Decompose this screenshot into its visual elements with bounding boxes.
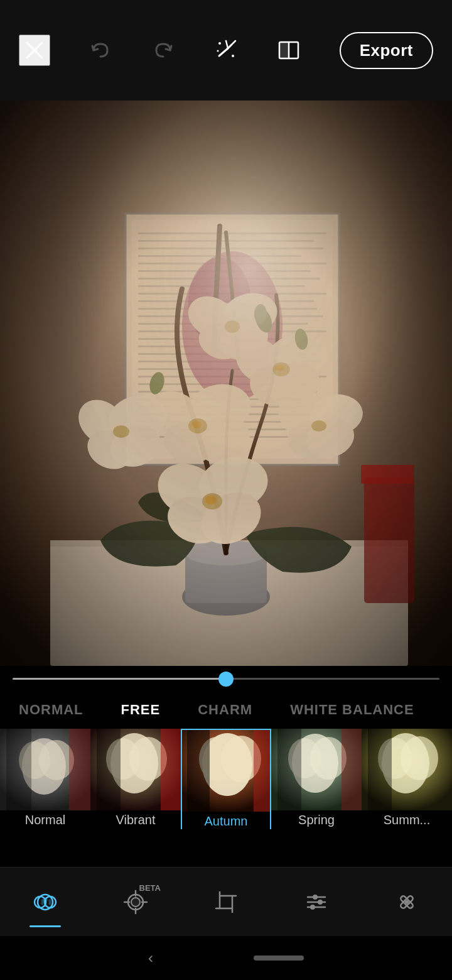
filter-normal-label: Normal [0,810,90,829]
svg-rect-108 [69,729,90,810]
svg-rect-129 [342,729,362,810]
crop-icon [212,888,240,916]
filter-spring-preview [271,729,362,810]
filter-summer-item[interactable]: Summ... [362,729,452,829]
svg-point-140 [131,898,140,906]
tab-normal[interactable]: NORMAL [0,691,102,729]
svg-rect-100 [0,101,452,666]
adjust-tool[interactable] [290,882,343,922]
svg-point-106 [39,740,74,780]
svg-rect-115 [161,729,181,810]
svg-rect-128 [277,729,301,810]
svg-point-127 [310,737,347,780]
tune-icon [303,888,330,916]
svg-rect-135 [368,729,392,810]
filter-autumn-label: Autumn [182,812,270,829]
svg-rect-107 [6,729,31,810]
svg-rect-114 [97,729,121,810]
svg-point-155 [310,905,315,910]
svg-point-7 [232,55,234,57]
exposure-slider[interactable] [0,666,452,691]
filter-normal-preview [0,729,90,810]
tab-blur[interactable]: BL... [433,691,452,729]
top-toolbar: Export [0,0,452,101]
svg-point-154 [318,900,323,905]
svg-rect-145 [220,896,232,908]
compare-button[interactable] [273,35,304,66]
filter-thumbnail-list: Normal Vibrant [0,729,452,829]
svg-rect-122 [254,730,270,812]
filter-autumn-preview [182,730,270,812]
photo-canvas [0,101,452,666]
system-nav: ‹ [0,936,452,980]
heal-icon [393,888,421,916]
tab-free[interactable]: FREE [102,691,180,729]
magic-button[interactable] [210,35,242,66]
svg-line-5 [219,48,228,56]
filter-vibrant-item[interactable]: Vibrant [90,729,181,829]
export-button[interactable]: Export [340,32,433,69]
close-button[interactable] [19,35,50,66]
tab-white-balance[interactable]: WHITE BALANCE [271,691,433,729]
svg-rect-121 [187,730,210,812]
slider-track [13,678,439,680]
heal-tool[interactable] [380,882,433,922]
crop-tool[interactable] [200,882,252,922]
filter-spring-item[interactable]: Spring [271,729,362,829]
svg-line-2 [226,41,228,48]
svg-line-4 [228,41,235,48]
tab-charm[interactable]: CHARM [179,691,271,729]
redo-button[interactable] [148,35,179,66]
selective-tool[interactable]: BETA [109,882,162,922]
home-indicator[interactable] [254,956,304,961]
tone-tool[interactable] [19,882,72,922]
filter-autumn-item[interactable]: Autumn [181,729,271,829]
toolbar-center [85,35,304,66]
filter-vibrant-label: Vibrant [90,810,181,829]
filter-tabs: NORMAL FREE CHARM WHITE BALANCE BL... [0,691,452,729]
svg-rect-11 [279,42,289,58]
back-button[interactable]: ‹ [148,949,153,967]
filter-spring-label: Spring [271,810,362,829]
filter-vibrant-preview [90,729,181,810]
slider-fill [13,678,226,680]
beta-badge: BETA [139,883,161,893]
filter-summer-preview [362,729,452,810]
svg-point-8 [217,50,219,52]
slider-thumb[interactable] [218,672,234,687]
svg-point-134 [401,736,438,780]
undo-button[interactable] [85,35,116,66]
bottom-toolbar: BETA [0,867,452,936]
tone-icon [31,888,59,916]
svg-point-153 [313,895,318,900]
filter-summer-label: Summ... [362,810,452,829]
svg-point-6 [218,42,221,45]
filter-normal-item[interactable]: Normal [0,729,90,829]
